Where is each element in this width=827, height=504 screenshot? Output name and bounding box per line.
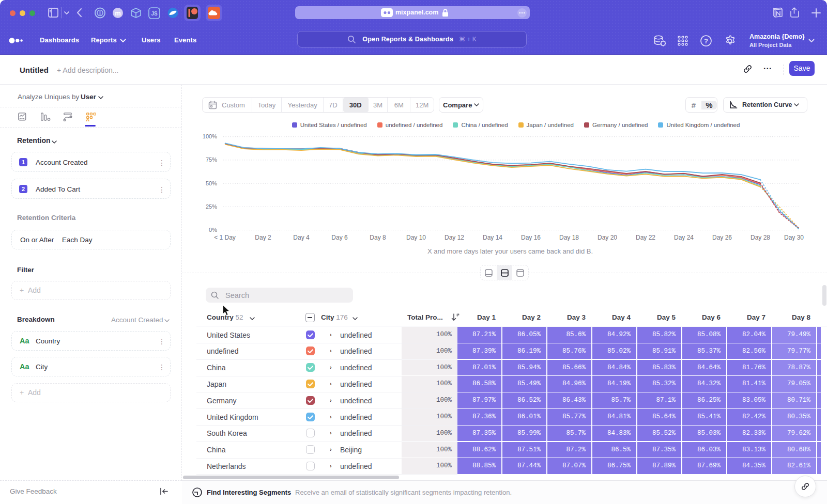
svg-text:< 1 Day: < 1 Day (214, 234, 236, 241)
svg-text:Day 24: Day 24 (674, 234, 694, 241)
svg-text:m: m (115, 9, 121, 17)
svg-text:X and more days later your use: X and more days later your users came ba… (427, 247, 593, 255)
svg-text:Day 12: Day 12 (445, 234, 464, 241)
svg-text:Day 16: Day 16 (521, 234, 541, 241)
svg-text:Day 18: Day 18 (559, 234, 579, 241)
svg-text:75%: 75% (206, 156, 217, 163)
svg-text:Day 10: Day 10 (406, 234, 426, 241)
svg-text:Day 6: Day 6 (331, 234, 348, 241)
svg-text:Day 8: Day 8 (370, 234, 386, 241)
svg-text:Day 22: Day 22 (636, 234, 655, 241)
svg-text:Day 26: Day 26 (712, 234, 732, 241)
svg-text:25%: 25% (206, 203, 217, 210)
svg-text:Day 2: Day 2 (255, 234, 271, 241)
svg-text:0%: 0% (209, 227, 217, 233)
svg-text:Day 28: Day 28 (751, 234, 770, 241)
svg-text:?: ? (704, 37, 708, 45)
svg-text:Day 14: Day 14 (483, 234, 502, 241)
svg-text:Day 4: Day 4 (293, 234, 310, 241)
svg-text:Day 20: Day 20 (598, 234, 617, 241)
svg-text:JS: JS (151, 11, 158, 17)
svg-text:50%: 50% (206, 180, 217, 186)
svg-text:100%: 100% (203, 133, 217, 139)
svg-text:Day 30: Day 30 (784, 234, 804, 241)
